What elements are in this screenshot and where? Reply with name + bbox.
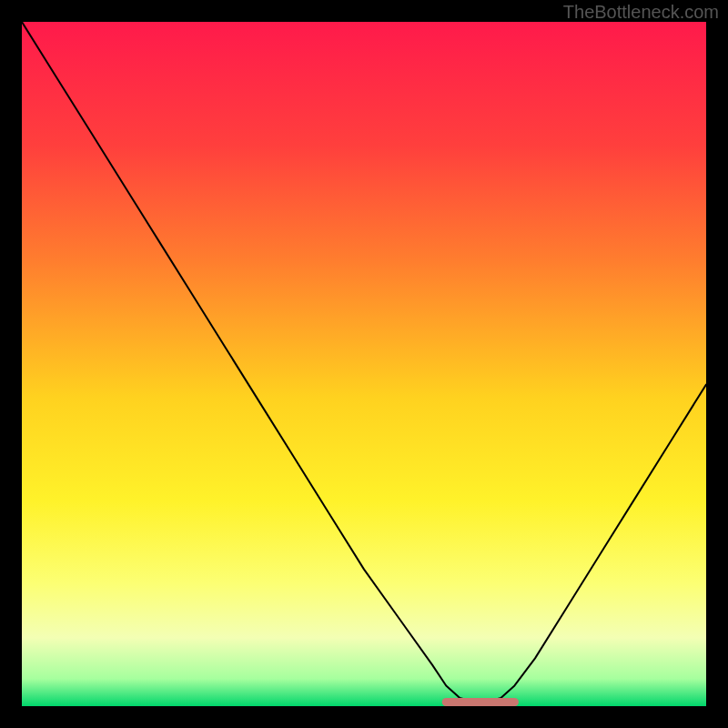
bottleneck-curve (22, 22, 706, 702)
plot-area (22, 22, 706, 706)
curve-layer (22, 22, 706, 706)
chart-container: TheBottleneck.com (0, 0, 728, 728)
watermark-text: TheBottleneck.com (563, 2, 719, 23)
